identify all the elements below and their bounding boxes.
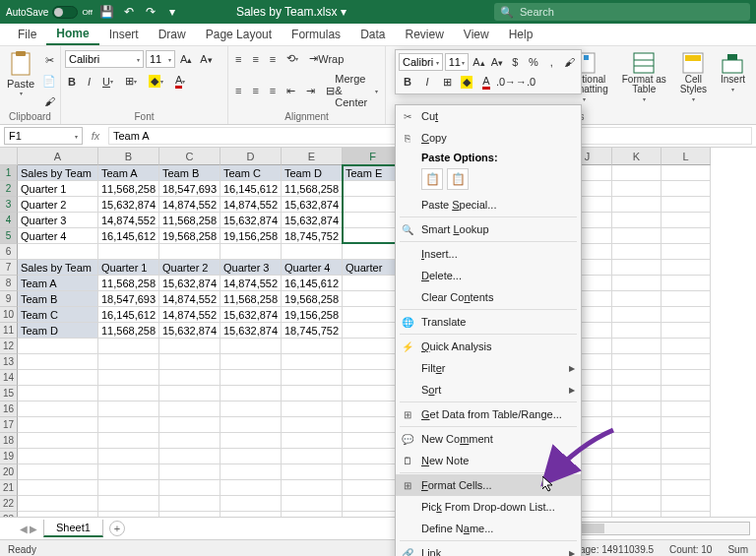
format-table-button[interactable]: Format as Table▾ <box>619 50 669 104</box>
cell[interactable] <box>662 433 711 449</box>
row-header[interactable]: 17 <box>0 417 18 433</box>
cell[interactable]: 11,568,258 <box>159 213 220 228</box>
cell[interactable]: Quarter 3 <box>220 260 282 276</box>
cell[interactable] <box>98 496 159 512</box>
cell[interactable] <box>18 402 98 417</box>
cell[interactable] <box>18 480 98 496</box>
paste-button[interactable]: Paste ▾ <box>4 48 37 98</box>
cell[interactable]: 15,632,874 <box>282 197 343 213</box>
grow-font-icon[interactable]: A▴ <box>177 51 195 67</box>
cell[interactable]: 19,568,258 <box>159 228 220 244</box>
cell[interactable] <box>220 480 282 496</box>
cell[interactable] <box>282 402 343 417</box>
cell[interactable] <box>282 496 343 512</box>
col-header[interactable]: E <box>282 148 343 165</box>
cell[interactable] <box>18 433 98 449</box>
ctx-define-name[interactable]: Define Name... <box>396 518 581 539</box>
row-header[interactable]: 4 <box>0 213 18 228</box>
cell[interactable]: 18,547,693 <box>159 181 220 197</box>
cell[interactable]: 11,568,258 <box>282 181 343 197</box>
cell[interactable] <box>159 464 220 480</box>
cell[interactable] <box>662 339 711 354</box>
cell[interactable]: 14,874,552 <box>220 197 282 213</box>
cell[interactable] <box>159 417 220 433</box>
cell[interactable] <box>612 291 662 307</box>
row-header[interactable]: 13 <box>0 354 18 370</box>
cell[interactable] <box>612 512 662 517</box>
cell[interactable] <box>282 449 343 464</box>
align-right-icon[interactable]: ≡ <box>267 83 279 98</box>
font-color-icon[interactable]: A▾ <box>172 72 188 91</box>
cell[interactable] <box>18 244 98 260</box>
row-header[interactable]: 21 <box>0 480 18 496</box>
cell[interactable]: 18,745,752 <box>282 228 343 244</box>
cell[interactable]: Sales by Team <box>18 165 98 181</box>
cell[interactable]: Team B <box>159 165 220 181</box>
cell[interactable] <box>612 464 662 480</box>
add-sheet-button[interactable]: + <box>109 521 125 536</box>
col-header[interactable]: D <box>220 148 282 165</box>
cell[interactable] <box>282 354 343 370</box>
cell[interactable]: 18,547,693 <box>98 291 159 307</box>
row-header[interactable]: 6 <box>0 244 18 260</box>
cell[interactable] <box>612 276 662 291</box>
ctx-smart-lookup[interactable]: 🔍Smart Lookup <box>396 218 581 240</box>
mini-fill-icon[interactable]: ◆ <box>458 73 475 91</box>
ctx-new-comment[interactable]: 💬New Comment <box>396 428 581 450</box>
tab-home[interactable]: Home <box>46 24 98 45</box>
file-title[interactable]: Sales by Team.xlsx ▾ <box>236 5 346 19</box>
cell[interactable] <box>159 386 220 402</box>
cell[interactable] <box>612 402 662 417</box>
cell[interactable] <box>612 197 662 213</box>
cell[interactable]: 15,632,874 <box>282 213 343 228</box>
row-header[interactable]: 9 <box>0 291 18 307</box>
row-header[interactable]: 23 <box>0 512 18 517</box>
cell[interactable]: Quarter 1 <box>18 181 98 197</box>
cell[interactable] <box>612 307 662 323</box>
cell[interactable]: 11,568,258 <box>98 276 159 291</box>
align-left-icon[interactable]: ≡ <box>232 83 244 98</box>
row-header[interactable]: 19 <box>0 449 18 464</box>
cell[interactable] <box>18 386 98 402</box>
cell[interactable] <box>282 512 343 517</box>
cell[interactable]: Sales by Team <box>18 260 98 276</box>
fill-color-icon[interactable]: ◆▾ <box>146 73 166 90</box>
cell[interactable]: 14,874,552 <box>159 197 220 213</box>
cell[interactable] <box>159 339 220 354</box>
cell[interactable] <box>98 512 159 517</box>
cell[interactable] <box>98 480 159 496</box>
ctx-new-note[interactable]: 🗒New Note <box>396 450 581 471</box>
cell[interactable] <box>220 339 282 354</box>
tab-insert[interactable]: Insert <box>99 24 149 45</box>
row-header[interactable]: 2 <box>0 181 18 197</box>
cell[interactable] <box>662 370 711 386</box>
cell[interactable] <box>612 323 662 339</box>
row-header[interactable]: 10 <box>0 307 18 323</box>
row-header[interactable]: 1 <box>0 165 18 181</box>
cell[interactable]: 15,632,874 <box>220 307 282 323</box>
mini-dec-dec-icon[interactable]: →.0 <box>517 73 535 91</box>
cell[interactable] <box>662 165 711 181</box>
cell[interactable]: 11,568,258 <box>98 323 159 339</box>
cell[interactable] <box>282 480 343 496</box>
cell[interactable]: 16,145,612 <box>98 228 159 244</box>
redo-icon[interactable]: ↷ <box>144 5 158 19</box>
cell[interactable]: 14,874,552 <box>220 276 282 291</box>
row-header[interactable]: 20 <box>0 464 18 480</box>
cell[interactable] <box>612 228 662 244</box>
ctx-clear[interactable]: Clear Contents <box>396 286 581 308</box>
cell[interactable] <box>282 433 343 449</box>
cell[interactable] <box>612 496 662 512</box>
cell[interactable] <box>662 291 711 307</box>
wrap-text-button[interactable]: ⇥ Wrap <box>306 50 346 67</box>
align-bot-icon[interactable]: ≡ <box>267 51 279 67</box>
cell[interactable]: 11,568,258 <box>98 181 159 197</box>
cell[interactable] <box>612 480 662 496</box>
cell[interactable] <box>662 323 711 339</box>
cell[interactable] <box>612 354 662 370</box>
ctx-format-cells[interactable]: ⊞Format Cells... <box>396 474 581 496</box>
cell[interactable] <box>98 370 159 386</box>
ctx-translate[interactable]: 🌐Translate <box>396 311 581 333</box>
mini-painter-icon[interactable]: 🖌 <box>562 53 578 71</box>
ctx-pick-list[interactable]: Pick From Drop-down List... <box>396 496 581 518</box>
